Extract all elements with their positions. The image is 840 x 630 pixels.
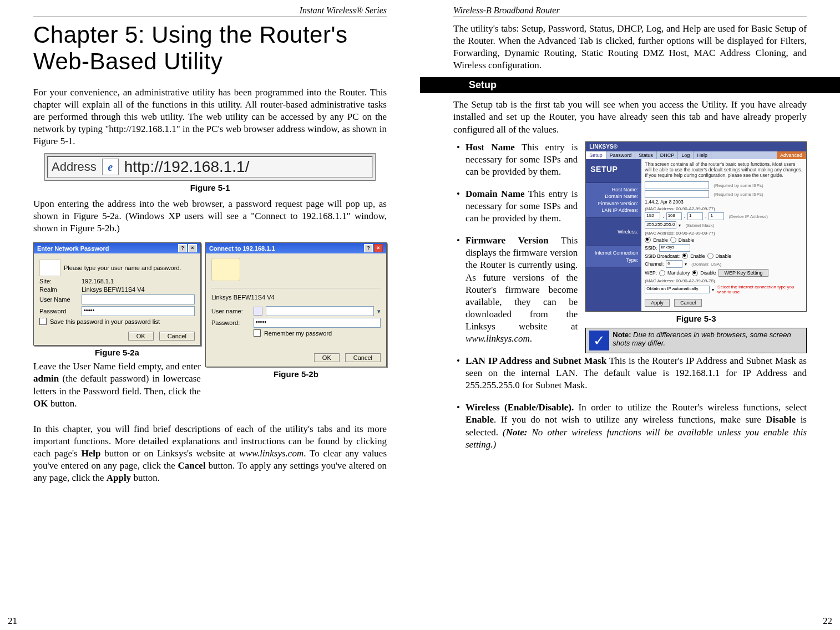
address-label: Address [52,160,97,174]
running-head-right: Wireless-B Broadband Router [453,6,807,16]
section-heading-setup: Setup [420,77,840,93]
save-password-checkbox[interactable] [39,318,47,325]
ip-octet-2[interactable]: 168 [666,212,682,220]
host-hint: (Required by some ISPs) [714,183,763,188]
ssid-label: SSID: [645,245,657,251]
side-ict: Internet Connection Type: [586,246,641,267]
host-name-field[interactable] [645,181,709,189]
running-head-left: Instant Wireless® Series [33,6,387,16]
ict-hint: Select the Internet connection type you … [717,284,803,294]
note-text: Due to differences in web browsers, some… [613,331,791,347]
ssid-field[interactable]: linksys [659,244,690,252]
router-tabs: Setup Password Status DHCP Log Help Adva… [586,151,806,159]
figure-5-2b-caption: Figure 5-2b [205,369,387,379]
brand-logo: LINKSYS® [589,144,618,150]
setup-bullets-wide: LAN IP Address and Subnet Mask This is t… [453,355,807,451]
dialog-enter-network-password: Enter Network Password ? × Please type y… [33,242,201,346]
tab-dhcp[interactable]: DHCP [657,151,679,159]
figure-5-1-caption: Figure 5-1 [33,183,387,192]
url-text: http://192.168.1.1/ [124,158,368,176]
password-field[interactable]: ••••• [254,318,381,328]
paragraph-password-instructions: Leave the User Name field empty, and ent… [33,360,201,409]
password-field[interactable]: ••••• [82,306,195,316]
cancel-button[interactable]: Cancel [674,299,702,307]
subnet-mask-select[interactable]: 255.255.255.0 [645,221,676,229]
domain-hint: (Required by some ISPs) [714,192,763,197]
tab-log[interactable]: Log [678,151,694,159]
figure-5-2a-caption: Figure 5-2a [33,348,201,357]
domain-name-field[interactable] [645,190,709,198]
wep-disable-radio[interactable] [692,270,698,276]
tab-setup[interactable]: Setup [586,151,606,159]
setup-bullets-narrow: Host Name This entry is necessary for so… [453,141,578,345]
tab-status[interactable]: Status [635,151,657,159]
chevron-down-icon[interactable]: ▾ [377,308,381,315]
username-field[interactable] [82,294,195,304]
firmware-value: 1.44.2, Apr 8 2003 [645,199,803,205]
side-domain-name: Domain Name: [589,193,638,200]
side-title: SETUP [586,159,641,182]
chapter-title: Chapter 5: Using the Router's Web-Based … [33,22,387,75]
close-icon[interactable]: × [188,244,197,252]
mask-hint: (Subnet Mask) [685,223,714,228]
mac-address-2: (MAC Address: 00-90-A2-99-09-77) [645,231,803,236]
dialog-a-title: Enter Network Password [37,245,109,252]
keys-icon [211,258,240,281]
ip-octet-1[interactable]: 192 [645,212,660,220]
wireless-disable-radio[interactable] [670,237,676,243]
page-number: 21 [8,616,17,627]
setup-paragraph: The Setup tab is the first tab you will … [453,99,807,135]
side-host-name: Host Name: [589,186,638,194]
user-icon [254,307,262,316]
ok-button[interactable]: OK [128,332,154,341]
tab-password[interactable]: Password [606,151,636,159]
wireless-enable-radio[interactable] [645,237,651,243]
help-icon[interactable]: ? [364,244,373,252]
setup-description: This screen contains all of the router's… [645,161,803,179]
channel-select[interactable]: 6 [666,260,682,268]
key-icon [39,260,60,276]
remember-checkbox[interactable] [254,329,261,337]
address-bar-figure: Address e http://192.168.1.1/ [44,153,376,181]
figure-5-3-caption: Figure 5-3 [585,314,807,323]
password-label: Password [39,308,78,314]
site-label: Site: [39,278,78,284]
page-number: 22 [823,616,832,627]
head-rule [453,17,807,17]
ok-button[interactable]: OK [314,353,340,362]
note-box: ✓ Note: Due to differences in web browse… [585,328,807,353]
username-field[interactable] [266,306,374,316]
ict-select[interactable]: Obtain an IP automatically [645,286,710,293]
mac-address-1: (MAC Address: 00-90-A2-99-09-77) [645,206,803,211]
wep-mandatory-radio[interactable] [659,270,665,276]
help-icon[interactable]: ? [178,244,187,252]
side-firmware-version: Firmware Version: [589,200,638,207]
ssid-broadcast-enable[interactable] [682,253,688,259]
apply-button[interactable]: Apply [645,299,670,307]
save-password-label: Save this password in your password list [50,318,160,325]
username-label: User name: [211,308,250,314]
tab-advanced[interactable]: Advanced [777,151,806,159]
tab-help[interactable]: Help [694,151,711,159]
wep-label: WEP: [645,270,657,276]
realm-value: Linksys BEFW11S4 V4 [82,286,145,293]
intro-paragraph: For your convenience, an administrative … [33,87,387,148]
head-rule [33,17,387,17]
cancel-button[interactable]: Cancel [345,353,381,362]
tabs-paragraph: The utility's tabs: Setup, Password, Sta… [453,23,807,72]
ssid-broadcast-disable[interactable] [707,253,714,259]
close-icon[interactable]: × [374,244,383,252]
password-label: Password: [211,319,250,326]
ip-octet-3[interactable]: 1 [687,212,703,220]
channel-hint: (Domain: USA) [691,262,721,267]
realm-text: Linksys BEFW11S4 V4 [211,294,381,301]
dialog-a-intro: Please type your user name and password. [64,265,181,271]
realm-label: Realm [39,286,78,293]
ip-octet-4[interactable]: 1 [709,212,724,220]
channel-label: Channel: [645,261,664,267]
site-value: 192.168.1.1 [82,278,114,284]
remember-label: Remember my password [264,330,332,337]
wep-key-setting-button[interactable]: WEP Key Setting [718,269,769,277]
cancel-button[interactable]: Cancel [159,332,195,341]
mac-address-3: (MAC Address: 00-90-A2-99-09-78) [645,278,803,283]
